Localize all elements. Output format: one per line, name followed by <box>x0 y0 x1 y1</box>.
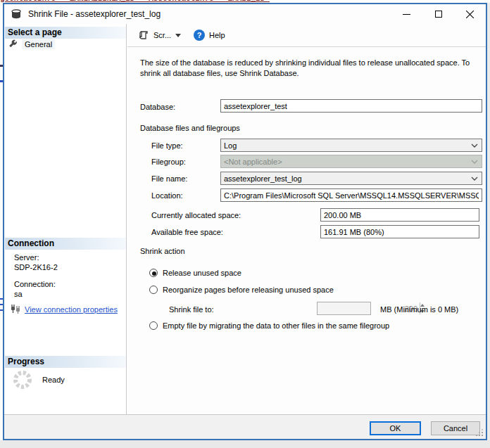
dialog-description: The size of the database is reduced by s… <box>140 58 481 79</box>
server-value: SDP-2K16-2 <box>14 263 58 271</box>
radio-release-label: Release unused space <box>163 269 241 277</box>
file-type-select[interactable]: Log <box>220 139 482 152</box>
shrink-file-to-label: Shrink file to: <box>169 305 214 314</box>
chevron-down-icon <box>471 177 478 181</box>
radio-button[interactable] <box>149 286 158 294</box>
connection-header: Connection <box>5 238 126 250</box>
file-name-label: File name: <box>151 174 187 183</box>
files-section-label: Database files and filegroups <box>140 124 240 132</box>
sidebar-item-general[interactable]: General <box>8 39 55 50</box>
progress-spinner-icon <box>13 370 32 390</box>
chevron-down-icon <box>471 143 478 148</box>
chevron-down-icon <box>471 160 478 164</box>
select-a-page-header: Select a page <box>5 27 126 39</box>
allocated-space-value <box>320 208 479 222</box>
shrink-file-to-spinner <box>317 302 371 315</box>
location-input[interactable] <box>220 188 482 202</box>
database-input[interactable] <box>220 99 482 113</box>
script-button[interactable]: Scr... <box>136 28 184 43</box>
file-name-select[interactable]: assetexplorer_test_log <box>220 172 482 185</box>
radio-button-selected[interactable] <box>149 269 158 277</box>
main-pane: Scr... ? Help The size of the database i… <box>127 24 486 414</box>
help-button[interactable]: ? Help <box>191 27 228 43</box>
filegroup-value: <Not applicable> <box>224 158 282 166</box>
database-icon <box>11 8 22 20</box>
connection-label: Connection: <box>14 280 56 288</box>
wrench-icon <box>8 39 18 49</box>
shrink-file-dialog: Shrink File - assetexplorer_test_log Sel… <box>3 3 487 440</box>
progress-status: Ready <box>42 376 65 384</box>
sidebar: Select a page General Connection Server:… <box>4 24 127 414</box>
radio-button[interactable] <box>149 321 158 330</box>
view-connection-properties-link[interactable]: View connection properties <box>25 305 118 314</box>
connection-value: sa <box>14 290 23 298</box>
connection-properties-icon <box>10 304 21 314</box>
script-icon <box>139 30 149 41</box>
filegroup-select: <Not applicable> <box>220 155 482 168</box>
toolbar: Scr... ? Help <box>127 24 486 47</box>
free-space-value <box>320 225 479 238</box>
window-title: Shrink File - assetexplorer_test_log <box>28 9 161 19</box>
radio-release-unused-space[interactable]: Release unused space <box>149 269 241 277</box>
free-space-label: Available free space: <box>151 228 223 236</box>
script-button-label: Scr... <box>153 31 171 39</box>
cancel-button[interactable]: Cancel <box>431 421 480 435</box>
database-label: Database: <box>140 103 175 111</box>
dialog-footer: OK Cancel <box>4 414 486 439</box>
dialog-body: Select a page General Connection Server:… <box>4 24 486 414</box>
file-type-label: File type: <box>151 141 183 150</box>
minimize-button[interactable] <box>391 4 422 24</box>
ok-button[interactable]: OK <box>370 421 421 435</box>
close-button[interactable] <box>454 4 486 24</box>
shrink-file-to-unit: MB (Minimum is 0 MB) <box>380 305 458 314</box>
chevron-down-icon <box>175 34 181 37</box>
titlebar[interactable]: Shrink File - assetexplorer_test_log <box>4 4 486 24</box>
location-label: Location: <box>151 191 183 200</box>
background-bottom-strip <box>0 440 490 448</box>
progress-header: Progress <box>5 356 126 368</box>
resize-grip[interactable] <box>476 429 484 437</box>
help-icon: ? <box>194 30 205 41</box>
file-type-value: Log <box>224 141 237 150</box>
sidebar-item-general-label: General <box>22 39 55 49</box>
allocated-space-label: Currently allocated space: <box>151 211 241 219</box>
help-button-label: Help <box>209 31 225 39</box>
window-controls <box>391 4 486 24</box>
radio-empty-label: Empty file by migrating the data to othe… <box>163 321 389 330</box>
server-label: Server: <box>14 253 39 262</box>
radio-reorganize-label: Reorganize pages before releasing unused… <box>163 286 334 294</box>
filegroup-label: Filegroup: <box>151 158 186 166</box>
radio-empty-file[interactable]: Empty file by migrating the data to othe… <box>149 321 389 330</box>
maximize-button[interactable] <box>422 4 454 24</box>
shrink-action-label: Shrink action <box>140 247 185 255</box>
file-name-value: assetexplorer_test_log <box>224 174 302 183</box>
radio-reorganize-pages[interactable]: Reorganize pages before releasing unused… <box>149 286 334 294</box>
